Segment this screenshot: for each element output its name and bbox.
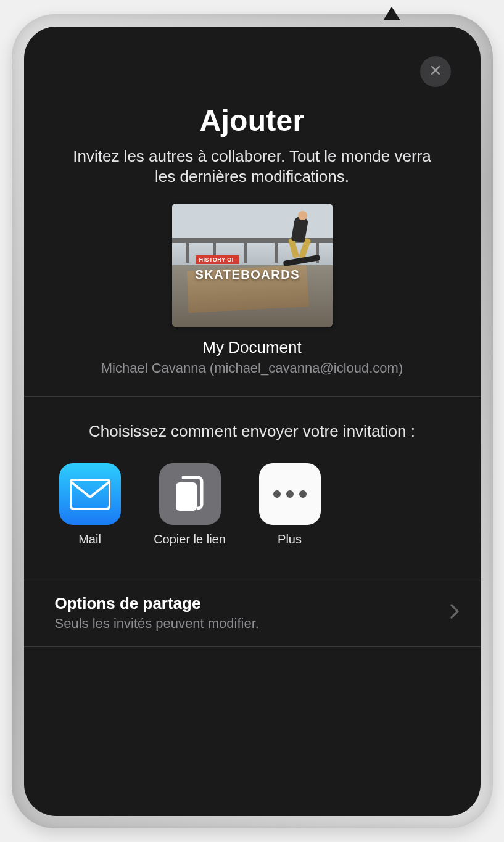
more-icon (259, 463, 321, 525)
panel-title: Ajouter (24, 104, 481, 138)
divider (24, 396, 481, 397)
panel-subtitle: Invitez les autres à collaborer. Tout le… (24, 146, 481, 188)
document-name: My Document (202, 338, 301, 357)
share-copy-label: Copier le lien (154, 532, 226, 547)
share-options-detail: Seuls les invités peuvent modifier. (55, 616, 259, 632)
share-methods-row: Mail Copier le lien Plus (24, 463, 481, 547)
svg-rect-3 (176, 482, 197, 511)
copy-link-icon (159, 463, 221, 525)
share-mail-label: Mail (78, 532, 101, 547)
document-owner: Michael Cavanna (michael_cavanna@icloud.… (101, 360, 403, 376)
svg-rect-2 (70, 479, 110, 509)
close-icon (429, 64, 442, 79)
thumb-tag-big: SKATEBOARDS (196, 266, 300, 283)
document-preview: HISTORY OF SKATEBOARDS My Document Micha… (24, 204, 481, 376)
share-options-title: Options de partage (55, 594, 259, 613)
document-thumbnail: HISTORY OF SKATEBOARDS (172, 204, 333, 327)
thumb-tag-small: HISTORY OF (196, 255, 239, 264)
share-via-mail[interactable]: Mail (56, 463, 124, 547)
share-more[interactable]: Plus (256, 463, 324, 547)
add-people-panel: Ajouter Invitez les autres à collaborer.… (24, 27, 481, 816)
close-button[interactable] (420, 56, 451, 87)
share-more-label: Plus (278, 532, 302, 547)
invite-prompt: Choisissez comment envoyer votre invitat… (24, 421, 481, 442)
share-options-row[interactable]: Options de partage Seuls les invités peu… (24, 580, 481, 647)
mail-icon (59, 463, 121, 525)
chevron-right-icon (450, 603, 460, 622)
popover-frame: Ajouter Invitez les autres à collaborer.… (12, 14, 493, 828)
share-copy-link[interactable]: Copier le lien (156, 463, 224, 547)
